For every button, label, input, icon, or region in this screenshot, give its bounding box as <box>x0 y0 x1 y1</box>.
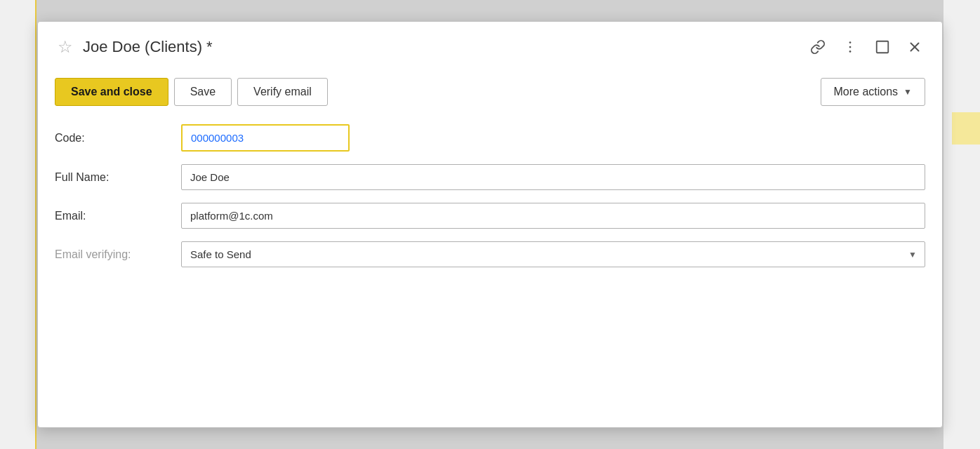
svg-point-1 <box>849 46 852 48</box>
close-icon <box>907 39 922 55</box>
more-actions-label: More actions <box>834 86 899 98</box>
dialog: ☆ Joe Doe (Clients) * <box>37 21 943 428</box>
email-input[interactable] <box>181 203 925 229</box>
email-verifying-label: Email verifying: <box>55 248 181 261</box>
more-actions-button[interactable]: More actions ▼ <box>821 78 925 106</box>
code-row: Code: <box>55 124 925 152</box>
email-verifying-row: Email verifying: Safe to Send Needs Veri… <box>55 241 925 267</box>
form-area: Code: Full Name: Email: Email verifying:… <box>38 117 942 301</box>
fullname-label: Full Name: <box>55 171 181 184</box>
svg-rect-3 <box>877 41 889 53</box>
email-verifying-select[interactable]: Safe to Send Needs Verification Invalid <box>181 241 925 267</box>
email-row: Email: <box>55 203 925 229</box>
verify-email-button[interactable]: Verify email <box>237 78 328 106</box>
link-icon <box>810 39 826 55</box>
svg-point-2 <box>849 51 852 53</box>
title-bar: ☆ Joe Doe (Clients) * <box>38 22 942 69</box>
close-button[interactable] <box>904 36 925 58</box>
fullname-row: Full Name: <box>55 164 925 190</box>
svg-point-0 <box>849 41 852 43</box>
bg-left-strip <box>0 0 37 449</box>
bg-right-strip <box>943 0 980 449</box>
star-icon: ☆ <box>58 37 73 57</box>
chevron-down-icon: ▼ <box>903 87 912 97</box>
more-vertical-icon <box>842 39 858 55</box>
code-input[interactable] <box>181 124 350 152</box>
favorite-button[interactable]: ☆ <box>55 34 76 60</box>
dialog-title: Joe Doe (Clients) * <box>83 38 800 56</box>
save-and-close-button[interactable]: Save and close <box>55 78 168 106</box>
email-label: Email: <box>55 210 181 222</box>
toolbar: Save and close Save Verify email More ac… <box>38 69 942 117</box>
link-button[interactable] <box>807 36 828 58</box>
more-vertical-button[interactable] <box>840 36 861 58</box>
expand-button[interactable] <box>872 36 893 58</box>
email-verifying-wrapper: Safe to Send Needs Verification Invalid … <box>181 241 925 267</box>
save-button[interactable]: Save <box>174 78 232 106</box>
modal-overlay: ☆ Joe Doe (Clients) * <box>0 0 980 449</box>
title-actions <box>807 36 925 58</box>
code-label: Code: <box>55 132 181 145</box>
expand-icon <box>875 39 890 55</box>
fullname-input[interactable] <box>181 164 925 190</box>
